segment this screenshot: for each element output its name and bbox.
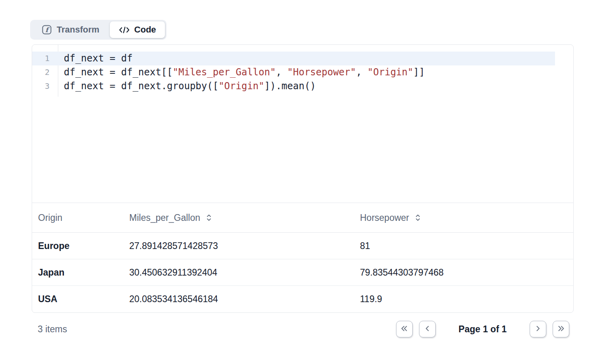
table-row-usa: USA 20.083534136546184 119.9 <box>32 286 573 312</box>
page-indicator: Page 1 of 1 <box>459 324 507 335</box>
column-header-horsepower[interactable]: Horsepower <box>354 213 573 223</box>
tab-transform[interactable]: f Transform <box>32 21 110 38</box>
column-header-label: Origin <box>38 213 62 223</box>
table-body: Europe 27.891428571428573 81 Japan 30.45… <box>32 233 573 312</box>
chevron-left-icon <box>425 325 430 333</box>
tab-code-label: Code <box>134 25 156 35</box>
last-page-button[interactable] <box>553 321 569 337</box>
table-row-europe: Europe 27.891428571428573 81 <box>32 233 573 259</box>
first-page-button[interactable] <box>396 321 413 337</box>
line-number: 1 <box>32 52 58 65</box>
code-token: df_next = df_next[[ <box>64 67 173 78</box>
cell-origin: Europe <box>32 241 123 251</box>
code-lines: 1 df_next = df 2 df_next = df_next[["Mil… <box>32 45 573 93</box>
line-number: 2 <box>32 65 58 79</box>
code-line-content: df_next = df_next[["Miles_per_Gallon", "… <box>58 65 425 79</box>
cell-origin: USA <box>32 294 123 305</box>
code-token: , <box>356 67 367 78</box>
pagination-bar: 3 items Page 1 of 1 <box>32 319 574 339</box>
next-page-button[interactable] <box>530 321 546 337</box>
code-line-3[interactable]: 3 df_next = df_next.groupby(["Origin"]).… <box>32 79 573 93</box>
table-header-row: Origin Miles_per_Gallon Horsepower <box>32 203 573 233</box>
svg-text:f: f <box>46 26 50 34</box>
cell-horsepower: 81 <box>354 241 573 251</box>
pager-controls: Page 1 of 1 <box>396 321 569 337</box>
code-token-string: "Miles_per_Gallon" <box>173 67 276 78</box>
cell-origin: Japan <box>32 267 123 278</box>
result-table: Origin Miles_per_Gallon Horsepower <box>32 203 573 312</box>
sort-up-down-icon[interactable] <box>415 214 421 222</box>
cell-miles-per-gallon: 27.891428571428573 <box>123 241 354 251</box>
column-header-origin: Origin <box>32 213 123 223</box>
code-line-content: df_next = df <box>58 52 132 65</box>
tab-transform-label: Transform <box>57 25 100 35</box>
tab-code[interactable]: Code <box>110 21 165 38</box>
sort-up-down-icon[interactable] <box>206 214 212 222</box>
column-header-label: Miles_per_Gallon <box>129 213 200 223</box>
items-count: 3 items <box>38 324 67 335</box>
code-token: , <box>276 67 287 78</box>
double-chevron-right-icon <box>557 325 565 333</box>
view-mode-tabs: f Transform Code <box>30 20 167 40</box>
code-line-2[interactable]: 2 df_next = df_next[["Miles_per_Gallon",… <box>32 65 573 79</box>
function-icon: f <box>42 25 52 34</box>
column-header-miles-per-gallon[interactable]: Miles_per_Gallon <box>123 213 354 223</box>
column-header-label: Horsepower <box>360 213 409 223</box>
prev-page-button[interactable] <box>419 321 436 337</box>
code-token: ]] <box>413 67 425 78</box>
code-token-string: "Origin" <box>218 80 264 92</box>
code-token: ]).mean() <box>264 80 316 92</box>
transform-view: f Transform Code 1 df_next = df <box>32 20 574 339</box>
chevron-right-icon <box>536 325 541 333</box>
code-and-results-panel: 1 df_next = df 2 df_next = df_next[["Mil… <box>32 44 574 313</box>
cell-horsepower: 119.9 <box>354 294 573 305</box>
double-chevron-left-icon <box>400 325 408 333</box>
code-editor[interactable]: 1 df_next = df 2 df_next = df_next[["Mil… <box>32 45 573 203</box>
cell-horsepower: 79.83544303797468 <box>354 267 573 278</box>
code-token-string: "Origin" <box>367 67 413 78</box>
cell-miles-per-gallon: 30.450632911392404 <box>123 267 354 278</box>
code-token-string: "Horsepower" <box>287 67 356 78</box>
code-slash-icon <box>119 26 130 34</box>
code-line-content: df_next = df_next.groupby(["Origin"]).me… <box>58 79 316 93</box>
cell-miles-per-gallon: 20.083534136546184 <box>123 294 354 305</box>
code-token: df_next = df_next.groupby([ <box>64 80 218 92</box>
code-token: df_next = df <box>64 53 132 64</box>
table-row-japan: Japan 30.450632911392404 79.835443037974… <box>32 259 573 286</box>
line-number: 3 <box>32 79 58 93</box>
code-line-1[interactable]: 1 df_next = df <box>32 52 555 65</box>
